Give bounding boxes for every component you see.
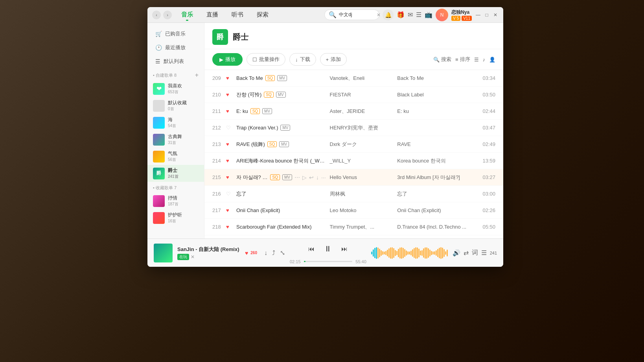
playlist-thumb-huhu [153, 212, 165, 224]
add-queue-icon[interactable]: ↩ [309, 174, 314, 181]
tab-live[interactable]: 直播 [200, 9, 224, 21]
progress-bar[interactable] [304, 261, 353, 262]
song-name: 자 마실래? (要喝... [236, 174, 268, 181]
playlist-item-zhiqing[interactable]: 抒情 187首 [147, 192, 204, 209]
search-icon: 🔍 [329, 11, 337, 18]
table-row[interactable]: 210 ♥ 잔향 (可怜) SQ MV FIESTAR Black Label … [204, 87, 503, 103]
list-view-button[interactable]: ☰ [474, 57, 479, 63]
like-icon[interactable]: ♥ [226, 75, 234, 81]
forward-button[interactable]: › [163, 11, 172, 19]
like-icon[interactable]: ♥ [226, 174, 234, 180]
maximize-button[interactable]: □ [484, 12, 490, 18]
playlist-name-qiqing: 气氛 [168, 150, 199, 157]
like-icon[interactable]: ♥ [226, 207, 234, 213]
add-playlist-icon[interactable]: + [195, 72, 199, 79]
song-name: E: ku [236, 108, 248, 114]
tab-explore[interactable]: 探索 [250, 9, 275, 21]
user-button[interactable]: 👤 [489, 57, 495, 63]
close-button[interactable]: ✕ [492, 12, 499, 18]
skip-forward-button[interactable]: ⏭ [341, 246, 348, 253]
avatar[interactable]: N [436, 9, 448, 21]
table-row[interactable]: 215 ♥ 자 마실래? (要喝... SQ MV ⋯ ▷ ↩ ↓ ··· He… [204, 169, 503, 186]
sidebar-item-purchased[interactable]: 🛒 已购音乐 [150, 27, 202, 41]
tab-bar: 音乐 直播 听书 探索 [175, 9, 321, 21]
play-pause-button[interactable]: ⏸ [321, 242, 335, 256]
playlist-item-sea[interactable]: 海 54首 [147, 114, 204, 131]
volume-icon[interactable]: 🔊 [453, 249, 460, 257]
playlist-item-jazz[interactable]: 爵 爵士 241首 [147, 165, 204, 182]
batch-button[interactable]: ☐ 批量操作 [247, 53, 285, 66]
song-artist: 周林枫 [326, 190, 394, 198]
minimize-button[interactable]: — [475, 12, 481, 18]
playlist-item-liked[interactable]: ❤ 我喜欢 653首 [147, 80, 204, 97]
like-icon[interactable]: ♡ [226, 125, 234, 131]
player-buttons: ⏮ ⏸ ⏭ [308, 242, 348, 256]
menu-icon[interactable]: ☰ [416, 11, 421, 18]
svg-rect-35 [426, 247, 427, 259]
like-icon[interactable]: ♥ [226, 141, 234, 147]
sidebar-item-default-list[interactable]: ☰ 默认列表 [150, 55, 202, 68]
like-icon[interactable]: ♥ [226, 92, 234, 98]
skip-back-button[interactable]: ⏮ [308, 246, 315, 253]
player-share-icon[interactable]: ⤴ [272, 249, 275, 257]
search-bar[interactable]: 🔍 ✕ [324, 9, 379, 20]
search-input[interactable] [339, 12, 374, 18]
tab-audiobook[interactable]: 听书 [225, 9, 250, 21]
sidebar-label-default: 默认列表 [164, 58, 184, 65]
svg-rect-19 [401, 247, 402, 259]
search-songs-icon: 🔍 [433, 57, 440, 63]
sq-tag: SQ [250, 108, 260, 114]
add-button[interactable]: + 添加 [320, 53, 347, 66]
options-icon[interactable]: ··· [321, 174, 326, 181]
like-icon[interactable]: ♥ [226, 108, 234, 114]
song-number: 217 [212, 207, 226, 213]
lyrics-icon[interactable]: 词 [472, 249, 478, 257]
playlist-info-default: 默认收藏 0首 [168, 100, 199, 112]
playlist-item-default[interactable]: 默认收藏 0首 [147, 97, 204, 114]
player-thumbnail [154, 244, 173, 262]
tab-music[interactable]: 音乐 [175, 9, 199, 21]
table-row[interactable]: 212 ♡ Trap (Korean Ver.) MV HENRY刘宪华、垄资 … [204, 120, 503, 136]
gift-icon[interactable]: 🎁 [397, 11, 405, 18]
like-icon[interactable]: ♥ [226, 224, 234, 230]
playlist-item-classical[interactable]: 古典舞 31首 [147, 131, 204, 148]
music-note-button[interactable]: ♪ [483, 57, 486, 63]
sq-tag: SQ [270, 174, 280, 180]
message-icon[interactable]: ✉ [408, 11, 413, 18]
playlist-queue-icon[interactable]: ☰ [481, 249, 487, 257]
player-download-icon[interactable]: ↓ [264, 249, 267, 257]
table-row[interactable]: 211 ♥ E: ku SQ MV Aster、JERIDE E: ku 02:… [204, 103, 503, 120]
play-button[interactable]: ▶ 播放 [212, 53, 243, 66]
player-expand-icon[interactable]: ⤡ [280, 249, 285, 257]
notification-button[interactable]: 🔔 [383, 9, 394, 20]
table-row[interactable]: 216 ♡ 忘了 周林枫 忘了 03:00 [204, 186, 503, 202]
download-button[interactable]: ↓ 下载 [289, 53, 316, 66]
playlist-item-qiqing[interactable]: 气氛 56首 [147, 148, 204, 165]
table-row[interactable]: 214 ♥ ARIE海峰-Korea bounce 한국의 (_WILL_Y r… [204, 153, 503, 169]
toolbar-right: 🔍 搜索 ≡ 排序 ☰ ♪ 👤 [433, 56, 495, 63]
sidebar-section-collected: • 收藏歌单 7 [147, 182, 204, 192]
table-row[interactable]: 209 ♥ Back To Me SQ MV Vanotek、Eneli Bac… [204, 70, 503, 87]
shuffle-icon[interactable]: ⇄ [464, 249, 469, 257]
search-clear-button[interactable]: ✕ [377, 12, 381, 18]
playlist-count-classical: 31首 [168, 140, 199, 146]
back-button[interactable]: ‹ [152, 11, 161, 19]
table-row[interactable]: 219 ♥ After LIKE SQ MV IVE After LIKE 02… [204, 235, 503, 238]
like-icon[interactable]: ♥ [226, 158, 234, 164]
like-icon[interactable]: ♡ [226, 191, 234, 197]
playlist-item-huhu[interactable]: 护护听 16首 [147, 209, 204, 226]
cast-icon[interactable]: 📺 [425, 11, 432, 18]
sidebar-item-recent[interactable]: 🕐 最近播放 [150, 41, 202, 54]
queue-count: 241 [490, 251, 497, 255]
table-row[interactable]: 218 ♥ Scarborough Fair (Extended Mix) Ti… [204, 219, 503, 235]
player-like-icon[interactable]: ♥ [245, 250, 248, 256]
play-icon-small[interactable]: ▷ [302, 174, 307, 181]
clock-icon: 🕐 [155, 44, 162, 51]
more-icon[interactable]: ⋯ [294, 174, 300, 181]
sort-button[interactable]: ≡ 排序 [455, 56, 470, 63]
table-row[interactable]: 213 ♥ RAVE (锐舞) SQ MV Dxrk ダーク RAVE 02:4… [204, 136, 503, 153]
download-song-icon[interactable]: ↓ [316, 174, 319, 181]
table-row[interactable]: 217 ♥ Onii Chan (Explicit) Leo Motoko On… [204, 202, 503, 219]
close-playing-button[interactable]: ✕ [191, 254, 195, 260]
search-songs-button[interactable]: 🔍 搜索 [433, 56, 451, 63]
